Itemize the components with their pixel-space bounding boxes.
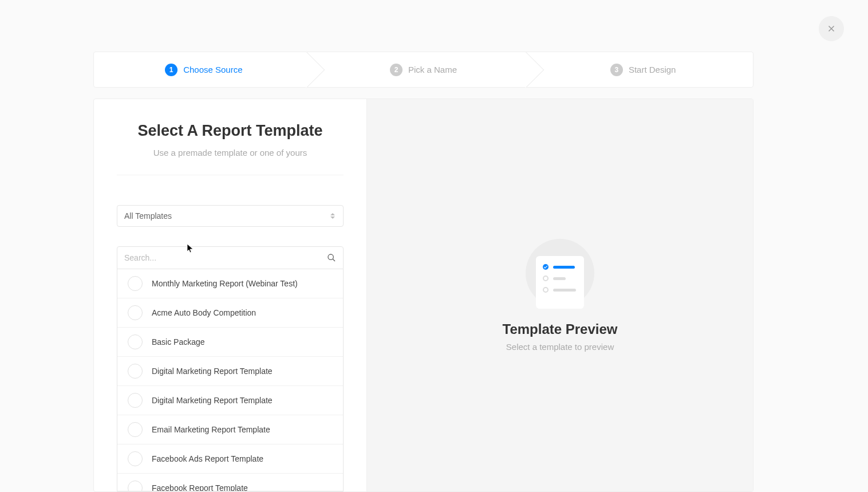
- radio-icon: [128, 422, 143, 437]
- step-label: Pick a Name: [408, 65, 457, 74]
- step-label: Start Design: [629, 65, 676, 74]
- chevron-updown-icon: [329, 212, 336, 219]
- template-item[interactable]: Basic Package: [117, 328, 343, 357]
- template-name: Digital Marketing Report Template: [152, 396, 273, 405]
- template-item[interactable]: Digital Marketing Report Template: [117, 386, 343, 415]
- template-item[interactable]: Monthly Marketing Report (Webinar Test): [117, 269, 343, 298]
- close-icon: [826, 23, 837, 34]
- step-number: 2: [390, 64, 403, 76]
- document-icon: [536, 256, 584, 309]
- template-name: Facebook Report Template: [152, 483, 248, 491]
- template-filter-dropdown[interactable]: All Templates: [117, 205, 344, 227]
- radio-icon: [128, 451, 143, 466]
- template-name: Acme Auto Body Competition: [152, 308, 256, 317]
- radio-icon: [128, 393, 143, 408]
- step-label: Choose Source: [183, 65, 242, 74]
- template-item[interactable]: Facebook Ads Report Template: [117, 444, 343, 474]
- step-number: 3: [610, 64, 623, 76]
- left-panel: Select A Report Template Use a premade t…: [94, 99, 367, 491]
- radio-icon: [128, 334, 143, 349]
- panel-subtitle: Use a premade template or one of yours: [117, 148, 344, 175]
- radio-icon: [128, 364, 143, 379]
- preview-placeholder-icon: [526, 239, 594, 308]
- radio-icon: [128, 276, 143, 291]
- step-choose-source[interactable]: 1 Choose Source: [94, 52, 314, 87]
- template-item[interactable]: Facebook Report Template: [117, 474, 343, 491]
- template-name: Monthly Marketing Report (Webinar Test): [152, 279, 298, 288]
- preview-subtitle: Select a template to preview: [506, 342, 614, 352]
- step-pick-name[interactable]: 2 Pick a Name: [314, 52, 534, 87]
- svg-point-0: [328, 254, 333, 259]
- svg-line-1: [333, 259, 335, 261]
- stepper: 1 Choose Source 2 Pick a Name 3 Start De…: [93, 52, 753, 88]
- template-item[interactable]: Digital Marketing Report Template: [117, 357, 343, 386]
- template-name: Facebook Ads Report Template: [152, 454, 263, 463]
- radio-icon: [128, 481, 143, 491]
- right-panel: Template Preview Select a template to pr…: [367, 99, 753, 491]
- wizard-container: 1 Choose Source 2 Pick a Name 3 Start De…: [93, 52, 753, 492]
- template-item[interactable]: Acme Auto Body Competition: [117, 298, 343, 328]
- template-name: Digital Marketing Report Template: [152, 367, 273, 376]
- search-input[interactable]: [124, 253, 327, 262]
- dropdown-selected-label: All Templates: [124, 211, 172, 221]
- radio-icon: [128, 305, 143, 320]
- template-item[interactable]: Email Marketing Report Template: [117, 415, 343, 444]
- search-icon: [327, 253, 336, 262]
- template-name: Email Marketing Report Template: [152, 425, 270, 434]
- search-box: [117, 246, 344, 269]
- step-number: 1: [165, 64, 177, 76]
- panel-title: Select A Report Template: [94, 122, 366, 140]
- preview-title: Template Preview: [503, 321, 618, 337]
- step-start-design[interactable]: 3 Start Design: [533, 52, 753, 87]
- template-name: Basic Package: [152, 337, 205, 347]
- template-list[interactable]: Monthly Marketing Report (Webinar Test)A…: [117, 269, 344, 491]
- main-panel: Select A Report Template Use a premade t…: [93, 99, 753, 492]
- close-button[interactable]: [819, 16, 844, 41]
